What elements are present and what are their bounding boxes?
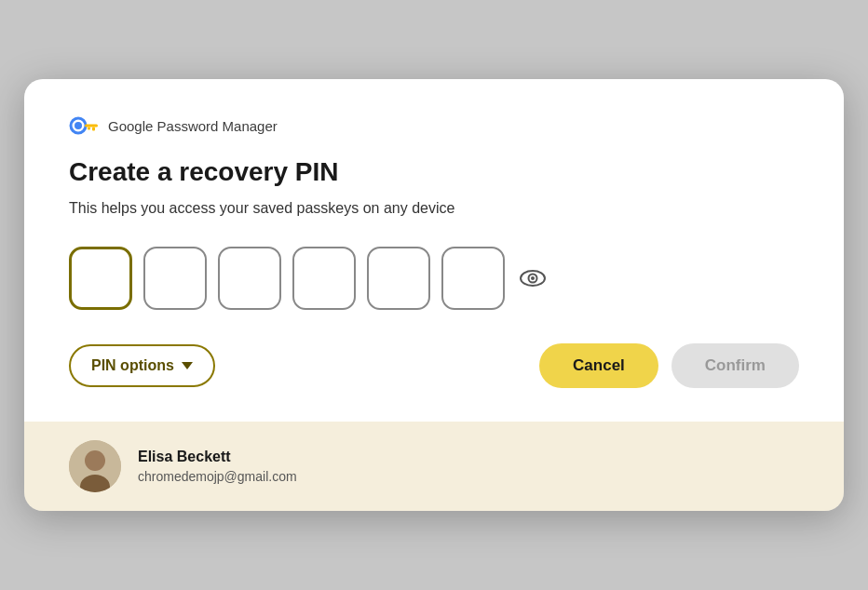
pin-box-6[interactable]: [441, 247, 505, 310]
user-name: Elisa Beckett: [138, 449, 297, 465]
svg-rect-2: [85, 125, 98, 127]
primary-action-buttons: Cancel Confirm: [539, 343, 799, 388]
chevron-down-icon: [182, 362, 193, 369]
pin-box-1[interactable]: [69, 247, 132, 310]
pin-input-row: [69, 247, 799, 310]
user-info: Elisa Beckett chromedemojp@gmail.com: [138, 449, 297, 484]
action-row: PIN options Cancel Confirm: [69, 343, 799, 388]
confirm-button[interactable]: Confirm: [671, 343, 799, 388]
svg-point-1: [75, 122, 82, 129]
app-header: Google Password Manager: [69, 116, 799, 135]
pin-box-5[interactable]: [367, 247, 430, 310]
svg-point-7: [531, 276, 535, 280]
dialog-heading: Create a recovery PIN: [69, 157, 799, 187]
toggle-pin-visibility-button[interactable]: [516, 261, 549, 295]
dialog-subtitle: This helps you access your saved passkey…: [69, 200, 799, 217]
modal-dialog: Google Password Manager Create a recover…: [24, 79, 844, 511]
app-name-label: Google Password Manager: [108, 118, 278, 134]
svg-rect-3: [92, 127, 95, 131]
cancel-button[interactable]: Cancel: [539, 343, 658, 388]
avatar: [69, 440, 121, 492]
user-email: chromedemojp@gmail.com: [138, 469, 297, 484]
gpm-logo-icon: [69, 116, 99, 135]
pin-box-3[interactable]: [218, 247, 281, 310]
modal-body: Google Password Manager Create a recover…: [24, 79, 844, 422]
svg-rect-4: [88, 127, 90, 130]
pin-options-button[interactable]: PIN options: [69, 344, 215, 387]
pin-options-label: PIN options: [91, 357, 174, 374]
svg-point-9: [85, 450, 105, 471]
pin-box-4[interactable]: [292, 247, 356, 310]
pin-box-2[interactable]: [143, 247, 207, 310]
user-account-footer: Elisa Beckett chromedemojp@gmail.com: [24, 422, 844, 511]
